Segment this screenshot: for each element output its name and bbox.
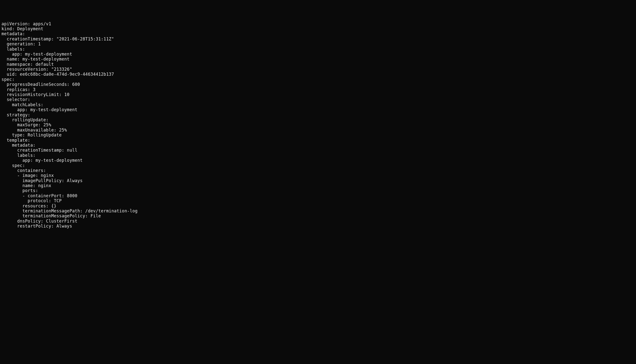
yaml-line: maxSurge: 25% <box>2 122 634 127</box>
yaml-line: matchLabels: <box>2 102 634 107</box>
yaml-line: resourceVersion: "213326" <box>2 67 634 72</box>
yaml-line: app: my-test-deployment <box>2 52 634 56</box>
yaml-line: app: my-test-deployment <box>2 158 634 163</box>
yaml-line: app: my-test-deployment <box>2 107 634 112</box>
yaml-line: name: my-test-deployment <box>2 56 634 62</box>
yaml-line: namespace: default <box>2 62 634 67</box>
yaml-line: metadata: <box>2 143 634 148</box>
yaml-line: selector: <box>2 97 634 102</box>
yaml-line: containers: <box>2 168 634 173</box>
yaml-line: creationTimestamp: null <box>2 148 634 152</box>
yaml-line: template: <box>2 138 634 143</box>
yaml-line: imagePullPolicy: Always <box>2 178 634 183</box>
yaml-line: name: nginx <box>2 183 634 188</box>
yaml-line: creationTimestamp: "2021-06-28T15:31:11Z… <box>2 36 634 42</box>
yaml-line: dnsPolicy: ClusterFirst <box>2 218 634 224</box>
yaml-line: kind: Deployment <box>2 26 634 31</box>
yaml-line: apiVersion: apps/v1 <box>2 21 634 26</box>
yaml-line: terminationMessagePath: /dev/termination… <box>2 208 634 214</box>
yaml-line: uid: ee6c68bc-da0e-474d-9ec9-44634412b13… <box>2 72 634 77</box>
yaml-line: spec: <box>2 77 634 82</box>
yaml-line: terminationMessagePolicy: File <box>2 214 634 218</box>
yaml-line: generation: 1 <box>2 42 634 46</box>
yaml-line: labels: <box>2 153 634 158</box>
yaml-line: rollingUpdate: <box>2 117 634 122</box>
yaml-line: resources: {} <box>2 204 634 208</box>
yaml-line: ports: <box>2 188 634 193</box>
yaml-line: labels: <box>2 47 634 52</box>
yaml-line: maxUnavailable: 25% <box>2 128 634 132</box>
yaml-line: - image: nginx <box>2 173 634 178</box>
yaml-line: revisionHistoryLimit: 10 <box>2 92 634 97</box>
terminal-output[interactable]: apiVersion: apps/v1kind: Deploymentmetad… <box>2 21 634 229</box>
yaml-line: spec: <box>2 163 634 168</box>
yaml-line: progressDeadlineSeconds: 600 <box>2 82 634 87</box>
yaml-line: restartPolicy: Always <box>2 224 634 228</box>
yaml-line: replicas: 3 <box>2 87 634 92</box>
yaml-line: strategy: <box>2 112 634 117</box>
yaml-line: protocol: TCP <box>2 198 634 203</box>
yaml-line: type: RollingUpdate <box>2 132 634 138</box>
yaml-line: - containerPort: 8000 <box>2 193 634 198</box>
yaml-line: metadata: <box>2 31 634 36</box>
